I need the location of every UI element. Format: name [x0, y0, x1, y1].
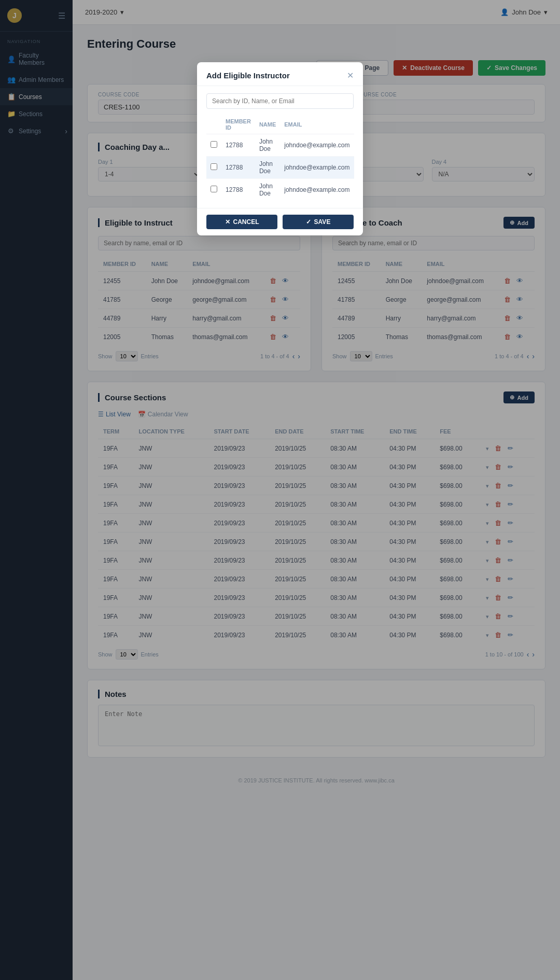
modal-check-cell [206, 179, 221, 201]
row-checkbox[interactable] [211, 163, 217, 170]
modal-overlay: Add Eligible Instructor ✕ Member ID Name… [0, 0, 560, 980]
modal-body: Member ID Name Email 12788 John Doe john… [197, 86, 363, 208]
modal-email-cell: johndoe@example.com [280, 157, 354, 179]
save-check-icon: ✓ [306, 218, 311, 226]
modal-close-button[interactable]: ✕ [347, 71, 354, 80]
modal-title: Add Eligible Instructor [206, 71, 290, 80]
modal-table-row: 12788 John Doe johndoe@example.com [206, 179, 354, 201]
modal-check-cell [206, 157, 221, 179]
modal-id-cell: 12788 [221, 179, 255, 201]
modal-col-member-id: Member ID [221, 115, 255, 134]
modal-name-cell: John Doe [255, 179, 280, 201]
modal-table-row: 12788 John Doe johndoe@example.com [206, 157, 354, 179]
modal-check-cell [206, 134, 221, 157]
modal-footer: ✕ CANCEL ✓ SAVE [197, 208, 363, 235]
row-checkbox[interactable] [211, 141, 217, 148]
modal-col-email: Email [280, 115, 354, 134]
cancel-icon: ✕ [225, 218, 230, 226]
modal-cancel-button[interactable]: ✕ CANCEL [206, 215, 277, 229]
modal-name-cell: John Doe [255, 157, 280, 179]
add-instructor-modal: Add Eligible Instructor ✕ Member ID Name… [197, 62, 363, 235]
modal-save-button[interactable]: ✓ SAVE [283, 215, 354, 229]
modal-id-cell: 12788 [221, 157, 255, 179]
modal-name-cell: John Doe [255, 134, 280, 157]
modal-table-row: 12788 John Doe johndoe@example.com [206, 134, 354, 157]
modal-col-name: Name [255, 115, 280, 134]
modal-search-input[interactable] [206, 93, 354, 109]
modal-col-check [206, 115, 221, 134]
modal-id-cell: 12788 [221, 134, 255, 157]
modal-email-cell: johndoe@example.com [280, 134, 354, 157]
modal-table: Member ID Name Email 12788 John Doe john… [206, 115, 354, 201]
modal-email-cell: johndoe@example.com [280, 179, 354, 201]
modal-header: Add Eligible Instructor ✕ [197, 62, 363, 86]
row-checkbox[interactable] [211, 186, 217, 192]
